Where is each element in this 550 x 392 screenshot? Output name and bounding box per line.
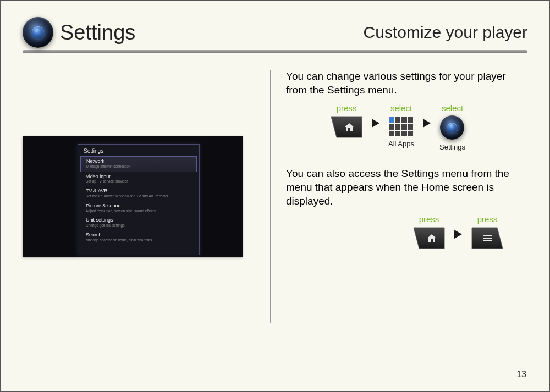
page-header: Settings Customize your player (23, 17, 527, 48)
home-button-icon (413, 227, 446, 250)
screenshot-list-item: Picture & soundAdjust resolution, screen… (78, 201, 199, 216)
page-number: 13 (516, 369, 526, 379)
settings-orb-icon (440, 115, 464, 140)
svg-rect-0 (483, 235, 492, 236)
screenshot-item-title: TV & AVR (86, 188, 194, 194)
arrow-icon (422, 118, 432, 129)
svg-rect-1 (483, 238, 492, 239)
press-label: press (419, 214, 439, 224)
screenshot-item-title: Network (86, 158, 191, 164)
intro-text: You can change various settings for your… (286, 70, 527, 97)
screenshot-list-item: TV & AVRSet the IR Blaster to control th… (78, 186, 199, 201)
screenshot-list-item: Unit settingsChange general settings (78, 216, 199, 230)
screenshot-item-title: Search (86, 232, 194, 238)
page-subtitle: Customize your player (364, 23, 527, 42)
settings-caption: Settings (439, 143, 465, 152)
arrow-icon (453, 229, 463, 240)
press-label: press (337, 103, 357, 113)
nav-sequence-1: press (286, 103, 527, 152)
screenshot-item-title: Unit settings (86, 217, 194, 223)
arrow-icon (371, 118, 381, 129)
screenshot-item-sub: Adjust resolution, screen size, sound ef… (86, 209, 194, 213)
select-label: select (391, 103, 412, 113)
menu-button-icon (471, 227, 504, 250)
screenshot-item-sub: Manage Internet connection (86, 164, 191, 169)
all-apps-caption: All Apps (388, 140, 414, 148)
screenshot-list-item: SearchManage searchable items, clear sho… (78, 230, 199, 245)
screenshot-list-item: NetworkManage Internet connection (80, 156, 197, 172)
select-label: select (442, 103, 463, 113)
home-button-icon (330, 115, 363, 139)
screenshot-item-title: Picture & sound (86, 203, 194, 209)
page-title: Settings (60, 21, 135, 45)
screenshot-item-sub: Set the IR Blaster to control the TV and… (86, 194, 194, 198)
screenshot-item-sub: Change general settings (86, 223, 194, 228)
all-apps-icon (389, 117, 413, 136)
press-label: press (477, 214, 498, 224)
screenshot-item-sub: Manage searchable items, clear shortcuts (86, 238, 194, 242)
header-divider (23, 50, 527, 53)
screenshot-item-title: Video input (86, 174, 194, 180)
settings-orb-icon (23, 17, 53, 48)
settings-screenshot: Settings NetworkManage Internet connecti… (23, 136, 243, 257)
intro-text-2: You can also access the Settings menu fr… (286, 167, 527, 208)
nav-sequence-2: press press (286, 214, 527, 250)
screenshot-list-item: Video inputSet up TV service provider (78, 172, 199, 187)
screenshot-item-sub: Set up TV service provider (86, 179, 194, 184)
svg-rect-2 (483, 240, 492, 241)
screenshot-panel-title: Settings (78, 145, 199, 156)
